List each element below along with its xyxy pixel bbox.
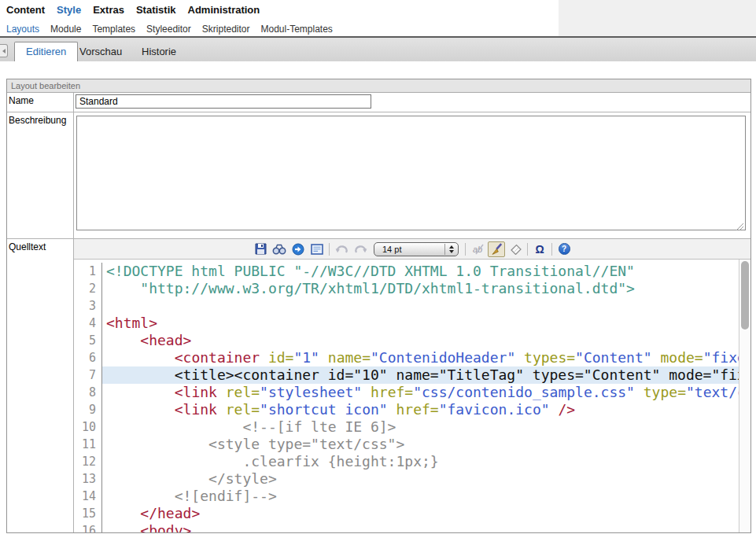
help-icon: ? [559, 243, 570, 255]
code-line[interactable]: 1<!DOCTYPE html PUBLIC "-//W3C//DTD XHTM… [74, 263, 739, 280]
code-line[interactable]: 2 "http://www.w3.org/TR/xhtml1/DTD/xhtml… [74, 280, 739, 297]
smooth-selection-button[interactable]: ab [469, 241, 486, 257]
header-right-panel [559, 0, 756, 36]
name-row: Name [7, 93, 750, 112]
select-stepper-icon [444, 244, 457, 255]
description-row: Beschreibung [7, 112, 750, 239]
line-text: </style> [102, 470, 739, 488]
smooth-selection-icon: ab [473, 245, 482, 254]
reset-highlight-button[interactable] [507, 241, 524, 257]
menu-item-administration[interactable]: Administration [188, 4, 260, 16]
menu-item-content[interactable]: Content [6, 4, 45, 16]
submenu-item-templates[interactable]: Templates [92, 24, 135, 35]
submenu-item-layouts[interactable]: Layouts [6, 24, 39, 35]
toolbar-separator [551, 243, 552, 256]
line-number: 5 [74, 332, 102, 349]
save-button[interactable] [252, 241, 269, 257]
menu-item-statistik[interactable]: Statistik [136, 4, 176, 16]
code-line[interactable]: 5 <head> [74, 332, 739, 349]
charmap-button[interactable]: Ω [531, 241, 548, 257]
name-label: Name [7, 93, 74, 112]
menu-item-style[interactable]: Style [57, 4, 81, 16]
line-number: 12 [74, 453, 102, 470]
line-number: 1 [74, 263, 102, 280]
line-number: 15 [74, 505, 102, 522]
line-text: "http://www.w3.org/TR/xhtml1/DTD/xhtml1-… [102, 280, 739, 297]
source-row: Quelltext [7, 239, 750, 532]
line-number: 16 [74, 522, 102, 532]
submenu-item-module[interactable]: Module [50, 24, 81, 35]
line-text: <link rel="shortcut icon" href="favicon.… [102, 401, 739, 418]
layout-edit-form: Layout bearbeiten Name Beschreibung Quel… [6, 79, 751, 533]
form-title: Layout bearbeiten [7, 79, 750, 93]
code-line[interactable]: 8 <link rel="stylesheet" href="css/conte… [74, 384, 739, 401]
redo-icon [354, 243, 367, 255]
line-number: 14 [74, 488, 102, 505]
submenu-item-modul-templates[interactable]: Modul-Templates [261, 24, 333, 35]
collapse-arrow-icon [2, 49, 6, 53]
source-label: Quelltext [7, 239, 74, 532]
go-to-line-button[interactable] [289, 241, 307, 257]
line-text: <link rel="stylesheet" href="css/conteni… [102, 384, 739, 401]
frame-collapse-handle[interactable] [0, 44, 8, 57]
line-number: 8 [74, 384, 102, 401]
code-line[interactable]: 9 <link rel="shortcut icon" href="favico… [74, 401, 739, 418]
code-lines: 1<!DOCTYPE html PUBLIC "-//W3C//DTD XHTM… [74, 260, 739, 532]
description-label: Beschreibung [7, 112, 74, 238]
menu-item-extras[interactable]: Extras [93, 4, 124, 16]
name-input[interactable] [76, 94, 371, 109]
go-to-line-icon [292, 243, 304, 256]
line-number: 2 [74, 280, 102, 297]
code-line[interactable]: 7 <title><container id="10" name="TitleT… [74, 366, 739, 384]
textarea-resize-grip[interactable] [735, 222, 744, 231]
font-size-select[interactable]: 14 pt [374, 242, 459, 256]
toolbar-separator [329, 243, 330, 256]
submenu-item-skripteditor[interactable]: Skripteditor [202, 24, 250, 35]
code-line[interactable]: 4<html> [74, 315, 739, 332]
eraser-icon [509, 243, 522, 255]
line-number: 3 [74, 297, 102, 315]
toolbar-separator [465, 243, 466, 256]
code-line[interactable]: 16 <body> [74, 522, 739, 532]
line-text: <head> [102, 332, 739, 349]
code-line[interactable]: 14 <![endif]--> [74, 488, 739, 505]
code-editor: 14 pt ab [74, 239, 750, 532]
help-button[interactable]: ? [555, 241, 573, 257]
code-line[interactable]: 11 <style type="text/css"> [74, 436, 739, 453]
submenu-item-styleeditor[interactable]: Styleeditor [146, 24, 191, 35]
source-field-cell: 14 pt ab [74, 239, 750, 532]
line-number: 10 [74, 418, 102, 436]
code-line[interactable]: 13 </style> [74, 470, 739, 488]
tab-editieren[interactable]: Editieren [14, 42, 78, 61]
font-size-value: 14 pt [382, 245, 401, 254]
redo-button[interactable] [352, 241, 369, 257]
toolbar-separator [527, 243, 528, 256]
fullscreen-icon [311, 244, 323, 255]
line-text: <body> [102, 522, 739, 532]
highlight-toggle-button[interactable] [488, 241, 505, 257]
line-text: <!--[if lte IE 6]> [102, 418, 739, 436]
code-line[interactable]: 12 .clearfix {height:1px;} [74, 453, 739, 470]
code-line[interactable]: 3 [74, 297, 739, 315]
line-number: 11 [74, 436, 102, 453]
line-number: 6 [74, 349, 102, 366]
tab-bar: Editieren Vorschau Historie [0, 38, 756, 61]
line-number: 13 [74, 470, 102, 488]
description-textarea[interactable] [76, 116, 746, 230]
editor-scrollbar[interactable] [739, 260, 750, 532]
undo-button[interactable] [333, 241, 350, 257]
code-line[interactable]: 6 <container id="1" name="ContenidoHeade… [74, 349, 739, 366]
tab-historie[interactable]: Historie [142, 46, 176, 57]
line-number: 9 [74, 401, 102, 418]
line-text [102, 297, 739, 315]
code-line[interactable]: 15 </head> [74, 505, 739, 522]
code-line[interactable]: 10 <!--[if lte IE 6]> [74, 418, 739, 436]
line-number: 4 [74, 315, 102, 332]
description-field-cell [74, 112, 750, 238]
tab-vorschau[interactable]: Vorschau [79, 46, 122, 57]
paintbrush-icon [490, 243, 503, 256]
code-area[interactable]: 1<!DOCTYPE html PUBLIC "-//W3C//DTD XHTM… [74, 260, 750, 532]
fullscreen-button[interactable] [308, 241, 326, 257]
search-button[interactable] [271, 241, 288, 257]
editor-scrollbar-thumb[interactable] [741, 261, 749, 330]
